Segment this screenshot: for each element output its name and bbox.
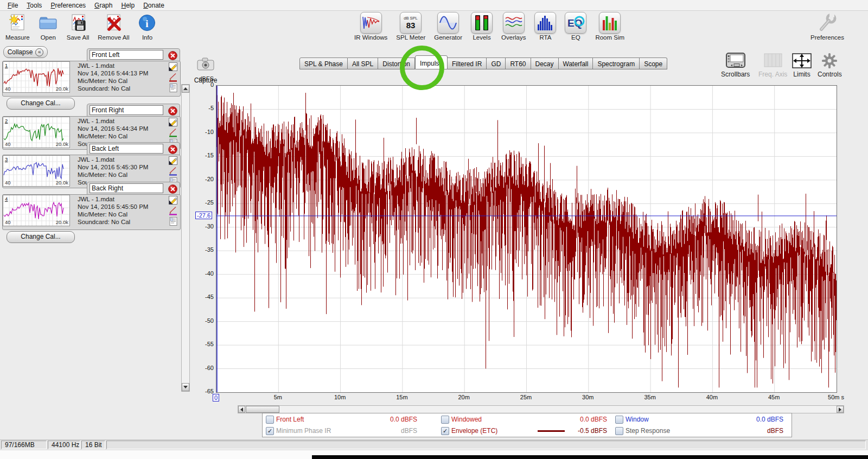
save-all-icon — [68, 12, 88, 34]
collapse-sidebar-button[interactable]: Collapse « — [3, 46, 48, 58]
change-cal-button[interactable]: Change Cal... — [7, 98, 75, 110]
sidebar-scroll-track[interactable] — [181, 84, 190, 392]
x-tick-label: 15m — [396, 394, 407, 400]
impulse-chart-plot-area[interactable] — [216, 85, 837, 393]
graph-control-scrollbars[interactable]: Scrollbars — [721, 52, 750, 78]
legend-checkbox-windowed[interactable] — [441, 416, 449, 424]
room-sim-icon-tile — [599, 12, 621, 34]
delete-measurement-icon[interactable] — [168, 184, 177, 194]
legend-value: 0.0 dBFS — [756, 416, 783, 423]
toolbar-button-spl-meter[interactable]: dB SPL83SPL Meter — [396, 12, 425, 41]
scroll-up-button[interactable] — [182, 85, 189, 93]
toolbar-button-eq[interactable]: EQEQ — [565, 12, 586, 41]
graph-control-limits[interactable]: Limits — [792, 52, 812, 78]
tab-all-spl[interactable]: All SPL — [348, 58, 378, 69]
trace-color-icon[interactable] — [169, 167, 177, 176]
tab-decay[interactable]: Decay — [531, 58, 559, 69]
measurement-name-field[interactable] — [90, 105, 163, 115]
down-arrow-icon — [183, 386, 188, 388]
toolbar-button-generator[interactable]: Generator — [434, 12, 462, 41]
edit-measurement-icon[interactable] — [169, 156, 177, 165]
tab-spectrogram[interactable]: Spectrogram — [593, 58, 640, 69]
svg-text:dB SPL: dB SPL — [404, 16, 418, 21]
notes-icon[interactable] — [169, 84, 177, 92]
legend-checkbox-step-response[interactable] — [615, 427, 623, 435]
graph-control-controls[interactable]: Controls — [818, 52, 842, 78]
svg-text:20.0k: 20.0k — [56, 219, 68, 225]
toolbar-button-open[interactable]: Open — [39, 12, 58, 41]
trace-color-icon[interactable] — [169, 73, 177, 82]
tab-filtered-ir[interactable]: Filtered IR — [448, 58, 487, 69]
legend-row: ✓Minimum Phase IRdBFS✓Envelope (ETC)-0.5… — [263, 426, 792, 437]
menu-item-graph[interactable]: Graph — [90, 1, 117, 10]
scroll-left-button[interactable] — [238, 406, 245, 413]
trace-legend-panel: Front Left0.0 dBFSWindowed0.0 dBFSWindow… — [262, 413, 792, 437]
tab-spl-phase[interactable]: SPL & Phase — [299, 58, 348, 69]
tab-gd[interactable]: GD — [487, 58, 506, 69]
trace-color-icon[interactable] — [169, 206, 177, 215]
legend-checkbox-envelope-etc-[interactable]: ✓ — [441, 427, 449, 435]
scroll-right-button[interactable] — [837, 406, 844, 413]
preferences-icon — [816, 12, 838, 34]
chart-hscroll-track[interactable] — [238, 405, 844, 413]
svg-text:9: 9 — [481, 27, 483, 30]
tab-scope[interactable]: Scope — [640, 58, 667, 69]
measurement-name-field[interactable] — [90, 144, 163, 154]
toolbar-button-label: Open — [41, 34, 56, 41]
legend-checkbox-minimum-phase-ir[interactable]: ✓ — [266, 427, 274, 435]
toolbar-button-preferences[interactable]: Preferences — [810, 12, 844, 41]
measurement-name-field[interactable] — [90, 183, 163, 193]
legend-checkbox-front-left[interactable] — [266, 416, 274, 424]
delete-measurement-icon[interactable] — [168, 51, 177, 60]
measurement-icon-column — [169, 196, 177, 226]
measurement-name-field[interactable] — [90, 50, 163, 60]
graph-control-label: Controls — [818, 71, 842, 78]
toolbar-button-remove-all[interactable]: Remove All — [98, 12, 129, 41]
measurement-soundcard-cal: Soundcard: No Cal — [78, 85, 148, 92]
toolbar-button-overlays[interactable]: Overlays — [501, 12, 526, 41]
levels-icon-tile: 0369 — [471, 12, 493, 34]
change-cal-button[interactable]: Change Cal... — [7, 231, 75, 243]
toolbar-button-measure[interactable]: Measure — [5, 12, 30, 41]
delete-measurement-icon[interactable] — [168, 106, 177, 116]
svg-text:2: 2 — [5, 118, 8, 124]
camera-icon — [196, 53, 215, 75]
collapse-chevrons-icon: « — [35, 48, 43, 56]
menu-item-donate[interactable]: Donate — [139, 1, 169, 10]
tab-waterfall[interactable]: Waterfall — [559, 58, 593, 69]
toolbar-button-levels[interactable]: 0369Levels — [471, 12, 493, 41]
delete-measurement-icon[interactable] — [168, 145, 177, 154]
toolbar-button-label: Preferences — [810, 34, 844, 41]
measurement-panel-body: 14020.0kJWL - 1.mdatNov 14, 2016 5:44:13… — [2, 61, 181, 97]
y-tick-label: -5 — [192, 105, 214, 111]
menu-item-help[interactable]: Help — [117, 1, 139, 10]
measurement-file: JWL - 1.mdat — [78, 62, 148, 69]
svg-text:20.0k: 20.0k — [56, 141, 68, 147]
measurement-mic-cal: Mic/Meter: No Cal — [78, 171, 148, 178]
toolbar-button-room-sim[interactable]: Room Sim — [595, 12, 624, 41]
scrollbars-icon — [725, 52, 746, 69]
notes-icon[interactable] — [169, 217, 177, 226]
toolbar-button-ir-windows[interactable]: IR Windows — [354, 12, 387, 41]
cursor-level-readout: -27.6 — [195, 212, 212, 219]
menu-item-preferences[interactable]: Preferences — [46, 1, 90, 10]
edit-measurement-icon[interactable] — [169, 118, 177, 126]
measurement-info: JWL - 1.mdatNov 14, 2016 5:44:13 PMMic/M… — [78, 62, 148, 92]
toolbar-button-save-all[interactable]: Save All — [67, 12, 90, 41]
tab-rt60[interactable]: RT60 — [506, 58, 531, 69]
menu-item-file[interactable]: File — [3, 1, 22, 10]
edit-measurement-icon[interactable] — [169, 62, 177, 71]
chart-hscroll-thumb[interactable] — [246, 406, 279, 413]
svg-text:83: 83 — [406, 21, 416, 30]
tab-distortion[interactable]: Distortion — [378, 58, 415, 69]
scroll-down-button[interactable] — [182, 383, 189, 391]
menu-item-tools[interactable]: Tools — [22, 1, 46, 10]
trace-color-icon[interactable] — [169, 128, 177, 137]
edit-measurement-icon[interactable] — [169, 196, 177, 205]
tab-impulse[interactable]: Impulse — [415, 55, 448, 69]
legend-checkbox-window[interactable] — [615, 416, 623, 424]
x-tick-label: 35m — [644, 394, 655, 400]
toolbar-button-rta[interactable]: RTA — [534, 12, 556, 41]
svg-text:20.0k: 20.0k — [56, 180, 68, 186]
toolbar-button-info[interactable]: iInfo — [138, 12, 156, 41]
